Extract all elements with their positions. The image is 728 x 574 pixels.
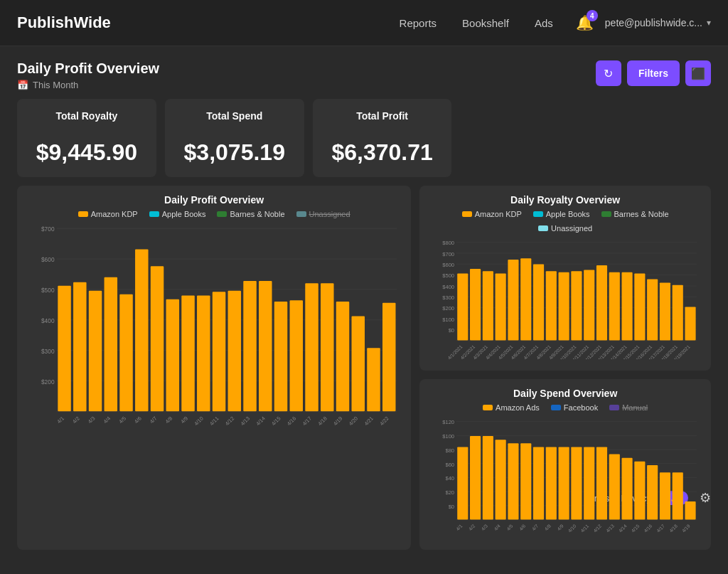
svg-text:4/14: 4/14 [618,523,628,533]
nav-bookshelf[interactable]: Bookshelf [462,17,509,29]
svg-rect-134 [520,443,531,519]
svg-text:$120: $120 [443,419,455,425]
royalty-legend-barnes-label: Barnes & Noble [614,210,669,218]
svg-rect-93 [673,285,683,341]
spend-legend-amazon-dot [483,405,493,410]
svg-text:4/16: 4/16 [643,523,653,533]
svg-rect-76 [458,273,469,340]
svg-rect-91 [647,280,658,341]
filters-button[interactable]: Filters [627,60,680,86]
svg-rect-147 [685,501,696,520]
main-nav: Reports Bookshelf Ads [400,17,553,29]
svg-rect-15 [89,291,102,412]
settings-button[interactable]: ⚙ [700,490,711,506]
royalty-legend-apple-dot [533,211,543,217]
svg-text:$300: $300 [41,348,55,355]
royalty-legend-amazon-label: Amazon KDP [475,210,522,218]
svg-rect-143 [635,462,646,520]
svg-text:4/8: 4/8 [164,415,174,425]
svg-rect-31 [336,302,349,411]
svg-rect-29 [305,283,318,411]
spend-chart-legend: Amazon Ads Facebook Manual [431,403,700,412]
legend-barnes-noble-label: Barnes & Noble [230,210,284,218]
royalty-legend-unassigned-dot [538,225,548,231]
date-filter[interactable]: 📅 This Month [17,80,159,90]
svg-rect-136 [546,447,557,519]
svg-text:4/15: 4/15 [270,415,282,427]
right-charts: Daily Royalty Overview Amazon KDP Apple … [419,186,711,550]
royalty-legend-amazon: Amazon KDP [462,210,522,218]
svg-rect-144 [647,465,658,520]
svg-text:4/18: 4/18 [668,523,678,533]
royalty-chart-svg: $800$700$600$500$400$300$200$100$04/1/20… [431,238,700,359]
spend-chart-card: Daily Spend Overview Amazon Ads Facebook… [419,379,711,550]
user-email: pete@publishwide.c... [605,17,702,28]
svg-rect-133 [508,443,519,519]
spend-legend-manual: Manual [609,403,648,412]
legend-barnes-noble-dot [217,211,227,217]
svg-rect-20 [166,299,179,412]
svg-rect-25 [243,281,256,411]
chevron-down-icon: ▾ [707,18,711,28]
royalty-legend-unassigned-label: Unassigned [551,224,592,233]
svg-rect-139 [584,447,594,519]
svg-text:4/11: 4/11 [208,415,220,427]
svg-text:$700: $700 [443,251,455,257]
legend-apple-books-label: Apple Books [162,210,206,218]
royalty-chart-legend: Amazon KDP Apple Books Barnes & Noble Un… [431,210,700,233]
svg-rect-28 [290,300,303,411]
total-profit-card: Total Profit $6,370.71 [313,99,452,177]
svg-rect-138 [572,447,582,519]
royalty-legend-unassigned: Unassigned [538,224,592,233]
legend-apple-books: Apple Books [149,210,206,218]
svg-rect-18 [135,249,148,411]
svg-text:$100: $100 [443,317,455,323]
svg-text:4/12: 4/12 [224,415,235,427]
page-title: Daily Profit Overview [17,60,159,77]
spend-legend-facebook-label: Facebook [564,403,598,412]
total-spend-value: $3,075.19 [179,139,290,166]
svg-rect-92 [660,282,670,340]
total-royalty-card: Total Royalty $9,445.90 [17,99,156,177]
header-right: 🔔 4 pete@publishwide.c... ▾ [576,14,711,31]
notification-badge: 4 [587,10,598,21]
legend-amazon-kdp-label: Amazon KDP [91,210,138,218]
calendar-icon: 📅 [17,80,28,90]
svg-rect-89 [622,272,633,341]
legend-unassigned-label: Unassigned [309,210,350,218]
svg-rect-33 [367,348,380,411]
svg-text:4/15: 4/15 [631,523,641,533]
svg-rect-23 [213,292,225,411]
notifications-button[interactable]: 🔔 4 [576,14,594,31]
svg-text:4/9: 4/9 [179,415,189,425]
svg-rect-145 [660,472,670,519]
royalty-legend-barnes: Barnes & Noble [601,210,669,218]
svg-text:4/11: 4/11 [580,523,590,533]
svg-text:$100: $100 [443,433,455,440]
svg-text:4/19: 4/19 [332,415,343,427]
svg-text:$0: $0 [449,327,454,334]
page-header: Daily Profit Overview 📅 This Month ↻ Fil… [17,60,711,90]
legend-amazon-kdp: Amazon KDP [78,210,138,218]
user-menu[interactable]: pete@publishwide.c... ▾ [605,17,711,28]
svg-rect-22 [197,295,210,411]
nav-ads[interactable]: Ads [535,17,553,29]
royalty-bar-chart: $800$700$600$500$400$300$200$100$04/1/20… [431,238,700,362]
legend-unassigned-dot [296,211,306,217]
svg-text:4/5: 4/5 [506,523,515,531]
svg-rect-82 [533,264,544,340]
svg-text:$300: $300 [443,294,455,301]
svg-text:$400: $400 [443,284,455,290]
svg-rect-21 [181,295,194,411]
spend-legend-facebook: Facebook [551,403,598,412]
export-button[interactable]: ⬛ [685,60,711,86]
svg-text:4/1: 4/1 [55,415,65,425]
svg-text:4/20: 4/20 [348,415,359,427]
svg-text:4/1: 4/1 [455,523,464,531]
nav-reports[interactable]: Reports [400,17,437,29]
svg-rect-141 [609,455,620,520]
profit-chart-title: Daily Profit Overview [28,194,400,206]
svg-text:4/9: 4/9 [557,523,565,531]
svg-text:4/4: 4/4 [493,523,502,531]
refresh-button[interactable]: ↻ [596,60,621,86]
